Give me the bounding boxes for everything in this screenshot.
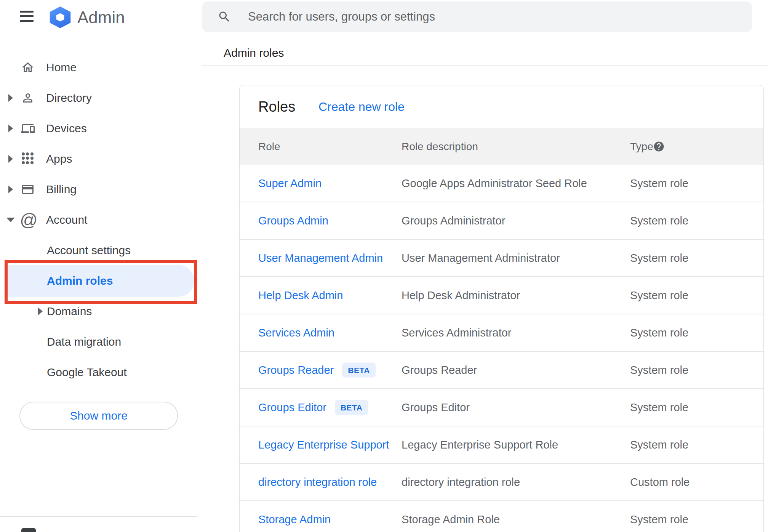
sidebar-item-label: Admin roles: [47, 274, 113, 287]
role-type: System role: [630, 401, 688, 414]
role-description: Legacy Enterprise Support Role: [402, 439, 558, 451]
sidebar-item-label: Home: [46, 61, 77, 74]
sidebar-item-home[interactable]: Home: [0, 52, 201, 83]
sidebar-divider: [0, 516, 197, 517]
role-link[interactable]: Legacy Enterprise Support: [258, 439, 389, 451]
at-sign-icon: @: [20, 211, 38, 229]
sidebar-item-label: Domains: [47, 305, 92, 318]
main-area: Admin roles Roles Create new role Role R…: [201, 0, 768, 532]
role-type: System role: [630, 364, 688, 377]
clipped-bottom-icon: [21, 528, 36, 532]
role-type: System role: [630, 215, 688, 227]
expand-arrow-icon[interactable]: [6, 184, 15, 195]
admin-logo-icon[interactable]: [48, 6, 72, 28]
search-icon: [218, 10, 231, 24]
role-link[interactable]: Groups Admin: [258, 215, 328, 227]
role-description: Google Apps Administrator Seed Role: [402, 177, 587, 190]
credit-card-icon: [21, 183, 35, 196]
sidebar-item-admin-roles[interactable]: Admin roles: [0, 266, 201, 296]
table-row: User Management Admin User Management Ad…: [240, 240, 763, 277]
sidebar-item-directory[interactable]: Directory: [0, 83, 201, 113]
sidebar-item-account[interactable]: @ Account: [0, 205, 201, 235]
role-type: System role: [630, 252, 688, 264]
role-link[interactable]: Help Desk Admin: [258, 289, 343, 302]
apps-grid-icon: [22, 152, 35, 165]
header-divider: [202, 65, 768, 66]
sidebar-nav: Home Directory Devices Apps: [0, 52, 201, 388]
role-description: Help Desk Administrator: [402, 289, 520, 302]
table-row: Groups Admin Groups Administrator System…: [240, 202, 763, 240]
search-input[interactable]: [247, 10, 752, 24]
role-link[interactable]: Super Admin: [258, 177, 322, 190]
role-type: Custom role: [630, 476, 690, 489]
role-description: Groups Administrator: [402, 215, 505, 227]
sidebar-item-apps[interactable]: Apps: [0, 144, 201, 174]
role-link[interactable]: Groups Editor: [258, 401, 326, 414]
table-row: Super Admin Google Apps Administrator Se…: [240, 165, 763, 202]
table-body: Super Admin Google Apps Administrator Se…: [240, 165, 763, 532]
table-row: Help Desk Admin Help Desk Administrator …: [240, 277, 763, 314]
sidebar-item-data-migration[interactable]: Data migration: [0, 327, 201, 357]
beta-badge: BETA: [342, 363, 376, 378]
role-link[interactable]: User Management Admin: [258, 252, 383, 264]
expand-arrow-icon[interactable]: [36, 306, 45, 317]
column-header-type: Type: [630, 128, 653, 165]
role-link[interactable]: Groups Reader: [258, 364, 334, 377]
sidebar-item-devices[interactable]: Devices: [0, 113, 201, 144]
page-title: Roles: [258, 85, 295, 128]
sidebar-item-label: Apps: [46, 152, 72, 165]
role-type: System role: [630, 439, 688, 451]
person-icon: [21, 91, 35, 105]
sidebar-item-billing[interactable]: Billing: [0, 174, 201, 205]
expand-arrow-icon[interactable]: [6, 93, 15, 103]
sidebar-item-domains[interactable]: Domains: [0, 296, 201, 327]
table-row: Groups Reader BETA Groups Reader System …: [240, 352, 763, 389]
show-more-button[interactable]: Show more: [19, 402, 178, 430]
role-description: Services Administrator: [402, 327, 512, 339]
role-type: System role: [630, 289, 688, 302]
breadcrumb: Admin roles: [224, 41, 284, 65]
role-description: Groups Editor: [402, 401, 470, 414]
sidebar-item-label: Google Takeout: [47, 366, 127, 379]
table-row: Storage Admin Storage Admin Role System …: [240, 501, 763, 532]
column-header-role: Role: [258, 128, 280, 165]
role-description: directory integration role: [402, 476, 520, 489]
devices-icon: [21, 122, 35, 135]
role-type: System role: [630, 177, 688, 190]
role-type: System role: [630, 513, 688, 526]
sidebar-item-label: Devices: [46, 122, 87, 135]
sidebar-item-account-settings[interactable]: Account settings: [0, 235, 201, 266]
sidebar-item-label: Data migration: [47, 335, 121, 348]
roles-card: Roles Create new role Role Role descript…: [239, 85, 764, 532]
collapse-arrow-icon[interactable]: [6, 215, 15, 225]
search-bar[interactable]: [202, 2, 752, 32]
home-icon: [21, 61, 35, 74]
beta-badge: BETA: [335, 400, 368, 415]
show-more-label: Show more: [70, 409, 128, 422]
sidebar-item-label: Account settings: [47, 244, 131, 257]
menu-icon[interactable]: [20, 11, 34, 22]
table-row: Groups Editor BETA Groups Editor System …: [240, 389, 763, 426]
role-link[interactable]: directory integration role: [258, 476, 377, 489]
roles-card-header: Roles Create new role: [240, 85, 763, 128]
role-link[interactable]: Storage Admin: [258, 513, 331, 526]
sidebar: Admin Home Directory Devices Apps: [0, 0, 201, 532]
role-description: User Management Administrator: [402, 252, 560, 264]
sidebar-item-google-takeout[interactable]: Google Takeout: [0, 357, 201, 388]
column-header-description: Role description: [402, 128, 478, 165]
role-link[interactable]: Services Admin: [258, 327, 334, 339]
help-icon[interactable]: [653, 141, 665, 152]
role-description: Groups Reader: [402, 364, 477, 377]
table-row: Services Admin Services Administrator Sy…: [240, 314, 763, 352]
table-row: Legacy Enterprise Support Legacy Enterpr…: [240, 426, 763, 464]
expand-arrow-icon[interactable]: [6, 154, 15, 164]
role-description: Storage Admin Role: [402, 513, 500, 526]
sidebar-header: Admin: [0, 0, 201, 35]
expand-arrow-icon[interactable]: [6, 123, 15, 134]
role-type: System role: [630, 327, 688, 339]
product-name: Admin: [77, 0, 125, 35]
sidebar-item-label: Account: [46, 213, 87, 226]
sidebar-item-label: Directory: [46, 91, 92, 104]
table-header: Role Role description Type: [240, 128, 763, 165]
create-new-role-link[interactable]: Create new role: [318, 85, 405, 128]
